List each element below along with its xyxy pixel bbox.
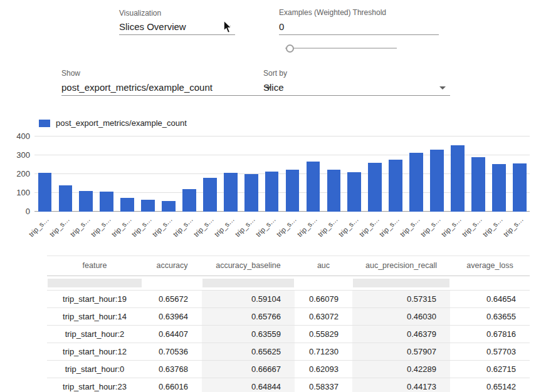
x-tick-label: trip_s… (151, 215, 174, 239)
table-row[interactable]: trip_start_hour:20.644070.635590.558290.… (47, 326, 530, 343)
slider-track[interactable] (285, 48, 397, 49)
x-tick-label: trip_s… (275, 215, 298, 239)
column-header-auc[interactable]: auc (295, 256, 352, 276)
bar-slot (488, 137, 509, 212)
x-tick-label: trip_s… (295, 215, 318, 239)
x-tick-label: trip_s… (440, 215, 463, 239)
bar-slot (138, 137, 159, 212)
column-header-auc_precision_recall[interactable]: auc_precision_recall (352, 256, 450, 276)
metric-cell: 0.66079 (295, 291, 352, 308)
y-tick-label: 0 (5, 207, 30, 217)
feature-cell: trip_start_hour:2 (47, 326, 142, 343)
metric-cell: 0.70536 (142, 343, 202, 361)
metric-cell: 0.57315 (352, 291, 450, 308)
metric-cell: 0.44173 (352, 378, 450, 392)
bar[interactable] (79, 191, 93, 212)
sort-label: Sort by (263, 69, 287, 78)
column-header-accuracy[interactable]: accuracy (142, 256, 202, 276)
legend-label: post_export_metrics/example_count (56, 118, 187, 128)
metric-cell: 0.63072 (295, 308, 352, 326)
visualization-value: Slices Overview (119, 19, 186, 34)
bar-slot (159, 137, 179, 212)
x-tick-label: trip_s… (419, 215, 443, 239)
bar[interactable] (224, 173, 238, 212)
filter-cell (295, 276, 352, 291)
table-body: trip_start_hour:190.656720.591040.660790… (47, 291, 530, 392)
slider-thumb[interactable] (286, 44, 294, 53)
metric-cell: 0.58337 (295, 378, 352, 392)
bar[interactable] (492, 164, 506, 212)
bar[interactable] (307, 162, 320, 212)
bar-slot (344, 137, 365, 212)
bar[interactable] (347, 172, 361, 212)
bar-slot (509, 137, 530, 212)
threshold-slider[interactable] (285, 44, 397, 52)
threshold-input[interactable]: 0 (279, 19, 439, 35)
bar[interactable] (120, 198, 134, 212)
bar[interactable] (286, 170, 300, 212)
bar[interactable] (409, 153, 423, 212)
show-dropdown[interactable]: post_export_metrics/example_count (61, 80, 276, 96)
chart-plot (34, 137, 530, 212)
table-row[interactable]: trip_start_hour:230.660160.648440.583370… (47, 378, 530, 392)
x-tick-label: trip_s… (68, 215, 92, 239)
table-row[interactable]: trip_start_hour:120.705360.656250.712300… (47, 343, 530, 361)
sort-dropdown[interactable]: Slice (263, 80, 450, 96)
filter-box[interactable] (353, 279, 449, 287)
metric-cell: 0.71230 (295, 343, 352, 361)
visualization-dropdown[interactable]: Slices Overview (119, 19, 235, 35)
table-header-row: featureaccuracyaccuracy_baselineaucauc_p… (47, 256, 530, 276)
bar[interactable] (141, 200, 155, 212)
bar[interactable] (451, 145, 465, 212)
bar-slot (303, 137, 323, 212)
bar[interactable] (38, 173, 52, 212)
bar[interactable] (513, 163, 527, 212)
bar-slot (199, 137, 220, 212)
bar[interactable] (389, 160, 402, 212)
column-header-accuracy_baseline[interactable]: accuracy_baseline (202, 256, 295, 276)
filter-box[interactable] (48, 279, 142, 287)
legend-swatch (39, 120, 50, 127)
bar[interactable] (59, 185, 73, 212)
table-row[interactable]: trip_start_hour:00.637680.666670.620930.… (47, 361, 530, 378)
chart-bars (34, 137, 530, 212)
column-header-feature[interactable]: feature (47, 256, 142, 276)
filter-cell (352, 276, 450, 291)
filter-box[interactable] (202, 279, 294, 287)
feature-cell: trip_start_hour:0 (47, 361, 142, 378)
chevron-down-icon (439, 86, 446, 90)
bar[interactable] (100, 192, 113, 212)
x-tick-label: trip_s… (399, 215, 422, 239)
y-tick-label: 300 (5, 150, 30, 160)
x-tick-label: trip_s… (192, 215, 216, 239)
bar[interactable] (368, 163, 382, 212)
x-tick-label: trip_s… (255, 215, 278, 239)
bar[interactable] (327, 170, 341, 212)
bar[interactable] (430, 150, 444, 212)
bar[interactable] (244, 174, 258, 212)
column-header-average_loss[interactable]: average_loss (450, 256, 530, 276)
metric-cell: 0.64654 (450, 291, 530, 308)
y-tick-label: 400 (5, 132, 30, 142)
table-row[interactable]: trip_start_hour:140.639640.657660.630720… (47, 308, 530, 326)
bar-slot (117, 137, 138, 212)
bar-slot (97, 137, 117, 212)
bar[interactable] (162, 201, 176, 212)
feature-cell: trip_start_hour:14 (47, 308, 142, 326)
filter-cell (202, 276, 295, 291)
bar-slot (365, 137, 386, 212)
y-tick-label: 100 (5, 188, 30, 198)
bar[interactable] (203, 178, 217, 212)
x-tick-label: trip_s… (357, 215, 381, 239)
table-row[interactable]: trip_start_hour:190.656720.591040.660790… (47, 291, 530, 308)
bar-slot (261, 137, 282, 212)
metric-cell: 0.46030 (352, 308, 450, 326)
y-tick-label: 200 (5, 169, 30, 179)
filter-cell (450, 276, 530, 291)
bar[interactable] (182, 189, 196, 212)
chart-yaxis: 0100200300400 (5, 137, 30, 212)
x-tick-label: trip_s… (213, 215, 236, 239)
bar-slot (406, 137, 427, 212)
bar[interactable] (265, 172, 279, 212)
bar[interactable] (471, 157, 485, 212)
